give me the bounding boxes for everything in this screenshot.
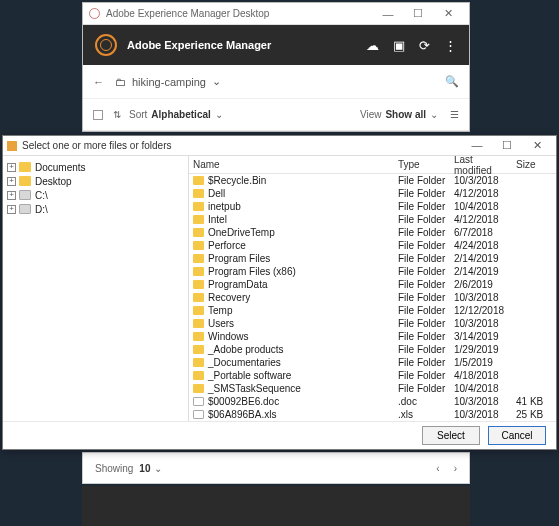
file-row[interactable]: _Portable softwareFile Folder4/18/2018 [189,369,556,382]
select-button[interactable]: Select [422,426,480,445]
file-row[interactable]: inetpubFile Folder10/4/2018 [189,200,556,213]
file-name: inetpub [208,201,241,212]
folder-icon [193,345,204,354]
more-icon[interactable]: ⋮ [444,38,457,53]
page-next-button[interactable]: › [454,463,457,474]
file-list: Name Type Last modified Size $Recycle.Bi… [189,156,556,421]
dialog-maximize-button[interactable]: ☐ [492,139,522,152]
file-name: _Adobe products [208,344,284,355]
file-modified: 2/14/2019 [450,266,512,277]
file-modified: 10/3/2018 [450,175,512,186]
expand-icon[interactable]: + [7,177,16,186]
file-modified: 1/5/2019 [450,357,512,368]
file-row[interactable]: Program Files (x86)File Folder2/14/2019 [189,265,556,278]
list-view-icon[interactable]: ☰ [450,109,459,120]
file-type: File Folder [394,331,450,342]
chevron-down-icon[interactable]: ⌄ [215,109,223,120]
upload-cloud-icon[interactable]: ☁ [366,38,379,53]
column-modified[interactable]: Last modified [450,156,512,176]
folder-icon [193,215,204,224]
chevron-down-icon[interactable]: ⌄ [154,463,162,474]
sort-direction-icon[interactable]: ⇅ [113,109,121,120]
close-button[interactable]: ✕ [433,7,463,20]
folder-icon [193,189,204,198]
back-button[interactable]: ← [93,76,109,88]
tree-node[interactable]: +Documents [5,160,186,174]
file-row[interactable]: OneDriveTempFile Folder6/7/2018 [189,226,556,239]
dialog-buttons: Select Cancel [3,421,556,449]
file-row[interactable]: RecoveryFile Folder10/3/2018 [189,291,556,304]
folder-icon [193,241,204,250]
file-modified: 12/12/2018 [450,305,512,316]
file-row[interactable]: TempFile Folder12/12/2018 [189,304,556,317]
file-name: $Recycle.Bin [208,175,266,186]
file-row[interactable]: DellFile Folder4/12/2018 [189,187,556,200]
dialog-titlebar: Select one or more files or folders — ☐ … [3,136,556,156]
file-row[interactable]: UsersFile Folder10/3/2018 [189,317,556,330]
minimize-button[interactable]: — [373,8,403,20]
file-row[interactable]: $00092BE6.doc.doc10/3/201841 KB [189,395,556,408]
chevron-down-icon[interactable]: ⌄ [430,109,438,120]
drive-icon [19,190,31,200]
tree-node[interactable]: +D:\ [5,202,186,216]
file-row[interactable]: _Adobe productsFile Folder1/29/2019 [189,343,556,356]
file-modified: 2/14/2019 [450,253,512,264]
file-row[interactable]: PerforceFile Folder4/24/2018 [189,239,556,252]
select-all-checkbox[interactable] [93,110,103,120]
folder-icon [193,319,204,328]
file-name: Program Files [208,253,270,264]
chevron-down-icon[interactable]: ⌄ [212,75,221,88]
aem-toolbar: ⇅ Sort Alphabetical ⌄ View Show all ⌄ ☰ [83,99,469,131]
file-type: File Folder [394,292,450,303]
file-name: _SMSTaskSequence [208,383,301,394]
file-modified: 10/3/2018 [450,318,512,329]
file-row[interactable]: _SMSTaskSequenceFile Folder10/4/2018 [189,382,556,395]
column-size[interactable]: Size [512,159,556,170]
expand-icon[interactable]: + [7,191,16,200]
file-name: Recovery [208,292,250,303]
file-name: OneDriveTemp [208,227,275,238]
file-row[interactable]: _DocumentariesFile Folder1/5/2019 [189,356,556,369]
create-folder-icon[interactable]: ▣ [393,38,405,53]
column-name[interactable]: Name [189,159,394,170]
breadcrumb[interactable]: hiking-camping [132,76,206,88]
file-type: File Folder [394,227,450,238]
file-name: ProgramData [208,279,267,290]
file-row[interactable]: Program FilesFile Folder2/14/2019 [189,252,556,265]
file-row[interactable]: ProgramDataFile Folder2/6/2019 [189,278,556,291]
file-name: $00092BE6.doc [208,396,279,407]
expand-icon[interactable]: + [7,163,16,172]
file-type: File Folder [394,305,450,316]
file-type: File Folder [394,344,450,355]
dialog-minimize-button[interactable]: — [462,139,492,152]
file-type: File Folder [394,240,450,251]
tree-node[interactable]: +C:\ [5,188,186,202]
view-value[interactable]: Show all [385,109,426,120]
dialog-close-button[interactable]: ✕ [522,139,552,152]
sort-value[interactable]: Alphabetical [151,109,210,120]
file-modified: 3/14/2019 [450,331,512,342]
file-type: .doc [394,396,450,407]
folder-tree[interactable]: +Documents+Desktop+C:\+D:\ [3,156,189,421]
expand-icon[interactable]: + [7,205,16,214]
file-row[interactable]: WindowsFile Folder3/14/2019 [189,330,556,343]
file-row[interactable]: $06A896BA.xls.xls10/3/201825 KB [189,408,556,421]
column-type[interactable]: Type [394,159,450,170]
file-row[interactable]: IntelFile Folder4/12/2018 [189,213,556,226]
list-header: Name Type Last modified Size [189,156,556,174]
cancel-button[interactable]: Cancel [488,426,546,445]
aem-logo-icon [89,8,100,19]
list-rows[interactable]: $Recycle.BinFile Folder10/3/2018DellFile… [189,174,556,421]
file-type: File Folder [394,266,450,277]
folder-icon [193,332,204,341]
maximize-button[interactable]: ☐ [403,7,433,20]
page-prev-button[interactable]: ‹ [436,463,439,474]
aem-header-title: Adobe Experience Manager [127,39,366,51]
search-icon[interactable]: 🔍 [445,75,459,88]
file-row[interactable]: $Recycle.BinFile Folder10/3/2018 [189,174,556,187]
view-label: View [360,109,382,120]
refresh-icon[interactable]: ⟳ [419,38,430,53]
showing-count[interactable]: 10 [139,463,150,474]
tree-node[interactable]: +Desktop [5,174,186,188]
folder-icon [193,202,204,211]
